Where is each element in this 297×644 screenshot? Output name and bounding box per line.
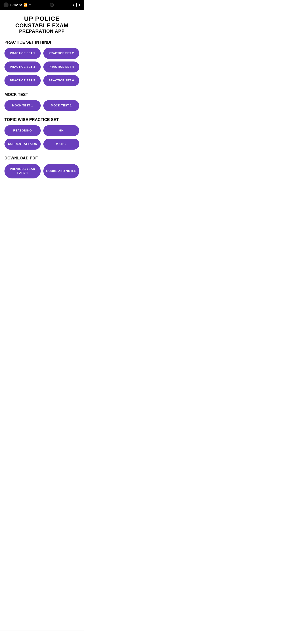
- status-bar: 10:02 ⚙ 📶 ✦ ▲ ▌ ▮: [0, 0, 84, 10]
- sim-icon: 📶: [23, 3, 27, 7]
- practice-set-5-button[interactable]: PRACTICE SET 5: [4, 75, 41, 86]
- wifi-icon: ▲: [72, 3, 75, 6]
- status-left: 10:02 ⚙ 📶 ✦: [3, 2, 31, 8]
- section-download-pdf: DOWNLOAD PDF PREVIOUS YEAR PAPER BOOKS A…: [0, 156, 84, 183]
- bluetooth-icon: ✦: [29, 3, 31, 7]
- section-title-mock-test: MOCK TEST: [4, 92, 79, 97]
- download-pdf-grid: PREVIOUS YEAR PAPER BOOKS AND NOTES: [4, 164, 79, 178]
- practice-set-1-button[interactable]: PRACTICE SET 1: [4, 48, 41, 59]
- app-title-line1: UP POLICE: [3, 15, 80, 22]
- signal-icon: ▌: [76, 3, 78, 6]
- settings-icon: ⚙: [19, 3, 22, 7]
- status-center: [50, 3, 54, 7]
- practice-set-4-button[interactable]: PRACTICE SET 4: [43, 62, 79, 72]
- section-title-download-pdf: DOWNLOAD PDF: [4, 156, 79, 160]
- practice-set-grid: PRACTICE SET 1 PRACTICE SET 2 PRACTICE S…: [4, 48, 79, 86]
- practice-set-6-button[interactable]: PRACTICE SET 6: [43, 75, 79, 86]
- app-title-line3: PREPARATION APP: [3, 28, 80, 34]
- section-practice-set-hindi: PRACTICE SET IN HINDI PRACTICE SET 1 PRA…: [0, 40, 84, 90]
- section-title-topic-wise: TOPIC WISE PRACTICE SET: [4, 118, 79, 122]
- previous-year-paper-button[interactable]: PREVIOUS YEAR PAPER: [4, 164, 41, 178]
- record-icon: [3, 2, 8, 8]
- practice-set-2-button[interactable]: PRACTICE SET 2: [43, 48, 79, 59]
- reasoning-button[interactable]: REASONING: [4, 125, 41, 136]
- practice-set-3-button[interactable]: PRACTICE SET 3: [4, 62, 41, 72]
- mock-test-1-button[interactable]: MOCK TEST 1: [4, 100, 41, 111]
- status-time: 10:02: [10, 3, 18, 7]
- section-mock-test: MOCK TEST MOCK TEST 1 MOCK TEST 2: [0, 92, 84, 116]
- gk-button[interactable]: GK: [43, 125, 79, 136]
- books-and-notes-button[interactable]: BOOKS AND NOTES: [43, 164, 79, 178]
- notch-circle: [50, 3, 54, 7]
- topic-wise-grid: REASONING GK CURRENT AFFAIRS MATHS: [4, 125, 79, 150]
- section-topic-wise: TOPIC WISE PRACTICE SET REASONING GK CUR…: [0, 118, 84, 154]
- mock-test-2-button[interactable]: MOCK TEST 2: [43, 100, 79, 111]
- app-title-line2: CONSTABLE EXAM: [3, 22, 80, 28]
- status-right: ▲ ▌ ▮: [72, 3, 80, 6]
- mock-test-grid: MOCK TEST 1 MOCK TEST 2: [4, 100, 79, 111]
- maths-button[interactable]: MATHS: [43, 139, 79, 150]
- battery-icon: ▮: [79, 3, 80, 6]
- app-header: UP POLICE CONSTABLE EXAM PREPARATION APP: [0, 10, 84, 38]
- current-affairs-button[interactable]: CURRENT AFFAIRS: [4, 139, 41, 150]
- section-title-practice-hindi: PRACTICE SET IN HINDI: [4, 40, 79, 45]
